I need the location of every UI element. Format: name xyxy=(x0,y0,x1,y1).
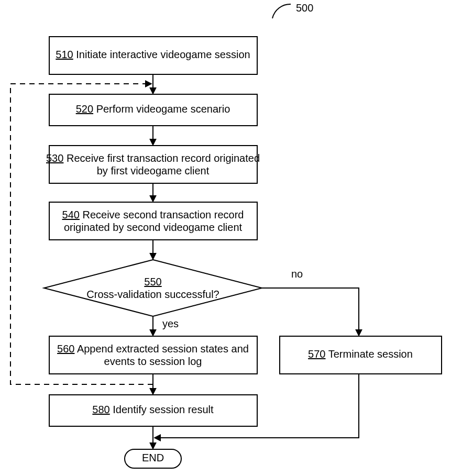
step-580-identify-result: 580 Identify session result xyxy=(49,395,257,426)
svg-rect-6 xyxy=(49,202,257,240)
step-560-line1: Append extracted session states and xyxy=(77,343,249,355)
step-530-line1: Receive first transaction record origina… xyxy=(67,152,260,164)
svg-text:510
       
      Initiate int: 510 Initiate interactive videogame sessi… xyxy=(56,49,250,60)
decision-550-text: Cross-validation successful? xyxy=(86,289,219,300)
svg-text:550: 550 xyxy=(144,276,161,287)
svg-rect-4 xyxy=(49,146,257,183)
svg-text:540
       
      Receive seco: 540 Receive second transaction record xyxy=(62,209,244,220)
step-530-num: 530 xyxy=(46,152,63,164)
svg-marker-8 xyxy=(44,260,262,316)
step-510-initiate-session: 510 Initiate interactive videogame sessi… xyxy=(49,37,257,74)
step-540-receive-second-record: 540 Receive second transaction record or… xyxy=(49,202,257,240)
step-530-receive-first-record: 530 Receive first transaction record ori… xyxy=(46,146,260,183)
step-540-num: 540 xyxy=(62,209,80,220)
svg-rect-10 xyxy=(49,336,257,374)
terminator-end: END xyxy=(125,449,181,468)
step-580-text: Identify session result xyxy=(113,404,214,415)
step-520-num: 520 xyxy=(76,103,93,115)
figure-ref: 500 xyxy=(272,2,313,18)
step-560-num: 560 xyxy=(57,343,74,355)
svg-text:560
       
      Append extra: 560 Append extracted session states and xyxy=(57,343,249,355)
step-540-line1: Receive second transaction record xyxy=(82,209,244,220)
step-520-perform-scenario: 520 Perform videogame scenario xyxy=(49,94,257,126)
svg-text:520
       
      Perform vide: 520 Perform videogame scenario xyxy=(76,103,230,115)
step-560-line2: events to session log xyxy=(104,356,202,367)
svg-text:530
       
      Receive firs: 530 Receive first transaction record ori… xyxy=(46,152,260,164)
step-530-line2: by first videogame client xyxy=(97,165,210,176)
terminator-end-label: END xyxy=(142,452,164,463)
step-540-line2: originated by second videogame client xyxy=(64,222,243,233)
label-yes: yes xyxy=(162,318,179,329)
label-no: no xyxy=(291,268,303,280)
edge-550-570-no xyxy=(262,288,359,335)
flowchart: 500 510 Initiate interactive videogame s… xyxy=(0,0,462,476)
figure-ref-label: 500 xyxy=(296,2,313,14)
decision-550-num: 550 xyxy=(144,276,161,287)
svg-text:580
       
      Identify ses: 580 Identify session result xyxy=(92,404,214,415)
step-570-terminate-session: 570 Terminate session xyxy=(280,336,442,374)
step-510-num: 510 xyxy=(56,49,73,60)
step-510-text: Initiate interactive videogame session xyxy=(76,49,250,60)
step-560-append-log: 560 Append extracted session states and … xyxy=(49,336,257,374)
step-570-text: Terminate session xyxy=(328,348,413,360)
step-520-text: Perform videogame scenario xyxy=(96,103,230,115)
svg-text:570
       
      Terminate se: 570 Terminate session xyxy=(308,348,413,360)
decision-550-cross-validation: 550 Cross-validation successful? xyxy=(44,260,262,316)
step-580-num: 580 xyxy=(92,404,109,415)
step-570-num: 570 xyxy=(308,348,325,360)
